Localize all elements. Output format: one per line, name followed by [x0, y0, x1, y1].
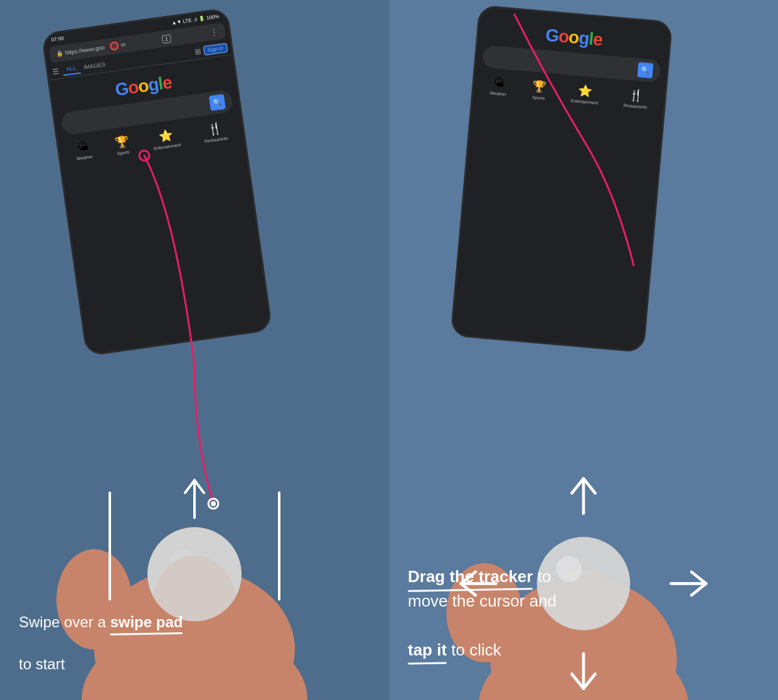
- sports-label-right: Sports: [532, 95, 545, 100]
- sign-in-button[interactable]: Sign in: [203, 43, 228, 55]
- move-cursor-text: move the cursor and: [408, 591, 557, 610]
- tab-count-badge: 1: [161, 34, 171, 43]
- google-logo-right: Google: [545, 25, 603, 50]
- signal-icon: ▲▼ LTE .ıl: [171, 16, 197, 26]
- search-button-right[interactable]: 🔍: [637, 62, 654, 78]
- right-panel-text: Drag the tracker to move the cursor and …: [389, 565, 778, 662]
- weather-label-left: Weather: [76, 154, 93, 161]
- restaurants-label-right: Restaurants: [623, 103, 647, 109]
- restaurants-label-left: Restaurants: [204, 136, 228, 144]
- weather-label-right: Weather: [489, 91, 506, 97]
- svg-point-4: [147, 527, 242, 621]
- search-button-left[interactable]: 🔍: [209, 94, 226, 111]
- right-panel: Google 🔍 🌤 Weather 🏆 Sports ⭐: [389, 0, 778, 700]
- drag-text-to: to: [533, 567, 551, 586]
- swipe-text-suffix: to start: [19, 655, 65, 672]
- google-logo-left: Google: [114, 72, 173, 100]
- restaurants-icon-left: 🍴: [207, 121, 223, 137]
- tap-it-bold-text: tap it: [408, 638, 447, 662]
- phone-left: 07:00 ▲▼ LTE .ıl 🔋 100% 🔒 https://www.go…: [41, 8, 272, 357]
- restaurants-icon-right: 🍴: [629, 88, 644, 103]
- swipe-pad-bold-text: swipe pad: [110, 612, 183, 633]
- hamburger-icon[interactable]: ☰: [51, 66, 60, 76]
- entertainment-label-right: Entertainment: [570, 98, 598, 105]
- phone-right: Google 🔍 🌤 Weather 🏆 Sports ⭐: [450, 4, 673, 353]
- sports-icon-left: 🏆: [114, 134, 130, 150]
- left-panel: 07:00 ▲▼ LTE .ıl 🔋 100% 🔒 https://www.go…: [0, 0, 389, 700]
- weather-icon-right: 🌤: [493, 76, 506, 90]
- svg-point-12: [211, 501, 216, 506]
- drag-tracker-bold-text: Drag the tracker: [408, 565, 533, 589]
- quick-link-entertainment-right[interactable]: ⭐ Entertainment: [570, 83, 599, 105]
- quick-link-sports-left[interactable]: 🏆 Sports: [114, 134, 131, 156]
- svg-point-11: [208, 499, 218, 509]
- entertainment-icon-left: ⭐: [158, 128, 174, 144]
- url-suffix: m: [120, 41, 126, 48]
- swipe-text-prefix: Swipe over a: [19, 613, 110, 630]
- left-panel-text: Swipe over a swipe pad to start: [0, 612, 389, 675]
- entertainment-icon-right: ⭐: [578, 83, 593, 98]
- phone-screen-left: 07:00 ▲▼ LTE .ıl 🔋 100% 🔒 https://www.go…: [43, 9, 271, 354]
- status-time: 07:00: [51, 35, 64, 43]
- svg-point-5: [169, 549, 194, 574]
- quick-link-sports-right[interactable]: 🏆 Sports: [531, 79, 547, 100]
- grid-icon[interactable]: ⊞: [194, 46, 201, 56]
- quick-link-weather-right[interactable]: 🌤 Weather: [489, 76, 508, 97]
- weather-icon-left: 🌤: [77, 140, 90, 154]
- lock-icon: 🔒: [55, 50, 63, 57]
- quick-link-restaurants-right[interactable]: 🍴 Restaurants: [623, 87, 648, 109]
- quick-link-weather-left[interactable]: 🌤 Weather: [74, 139, 93, 161]
- to-click-text: to click: [447, 640, 501, 659]
- entertainment-label-left: Entertainment: [154, 142, 181, 151]
- tab-all[interactable]: ALL: [62, 62, 81, 76]
- quick-link-restaurants-left[interactable]: 🍴 Restaurants: [202, 120, 228, 144]
- sports-label-left: Sports: [117, 150, 130, 156]
- battery-icon: 🔋 100%: [198, 13, 220, 21]
- sports-icon-right: 🏆: [532, 79, 547, 94]
- tab-images[interactable]: IMAGES: [79, 59, 110, 73]
- cursor-indicator: [109, 41, 119, 51]
- svg-point-3: [147, 527, 242, 621]
- phone-screen-right: Google 🔍 🌤 Weather 🏆 Sports ⭐: [452, 7, 671, 351]
- svg-point-7: [147, 527, 242, 621]
- quick-link-entertainment-left[interactable]: ⭐ Entertainment: [151, 127, 181, 151]
- more-options-icon[interactable]: ⋮: [210, 26, 220, 38]
- url-text: https://www.goo: [65, 45, 105, 56]
